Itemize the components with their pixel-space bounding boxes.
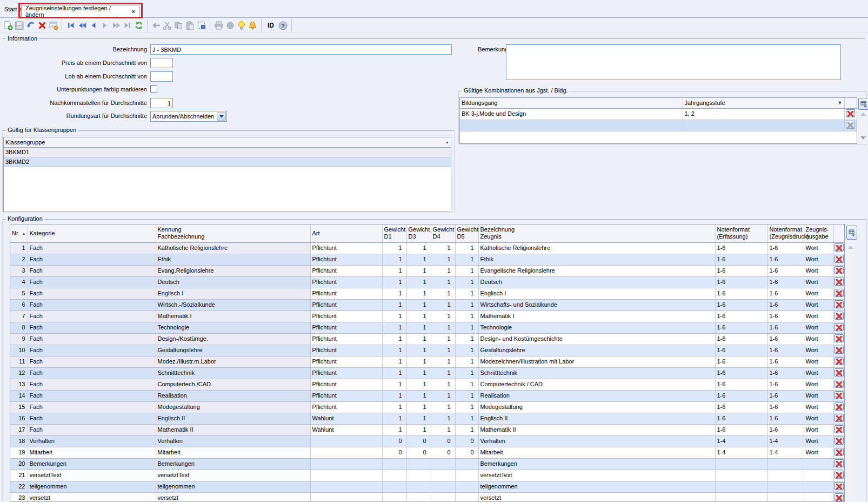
delete-row-button[interactable]: [834, 425, 844, 433]
bezeichnung-zeugnis-cell[interactable]: Evangelische Religionslehre: [478, 265, 715, 276]
nr-cell[interactable]: 9: [10, 333, 28, 345]
kategorie-cell[interactable]: Fach: [28, 345, 156, 356]
nr-cell[interactable]: 6: [10, 299, 28, 311]
gewicht-d4-cell[interactable]: 1: [431, 390, 455, 401]
gewicht-d3-cell[interactable]: 0: [406, 447, 431, 458]
delete-row-button[interactable]: [834, 471, 844, 479]
konfiguration-row[interactable]: 15 Fach Modegestaltung Pflichtunt 1 1 1 …: [10, 401, 844, 413]
notenformat-erfassung-cell[interactable]: 1-6: [715, 242, 767, 254]
notenformat-erfassung-cell[interactable]: 1-6: [715, 254, 767, 265]
gewicht-d4-cell[interactable]: 0: [431, 447, 455, 458]
kategorie-cell[interactable]: Mitarbeit: [28, 447, 156, 458]
form-properties-icon[interactable]: [48, 19, 59, 31]
delete-row-button[interactable]: [834, 323, 844, 331]
gewicht-d3-cell[interactable]: 1: [406, 299, 431, 311]
gewicht-d3-cell[interactable]: 1: [406, 390, 431, 401]
konfiguration-row[interactable]: 18 Verhalten Verhalten 0 0 0 0 Verhalten…: [10, 435, 844, 447]
konfiguration-row[interactable]: 1 Fach Katholische Religionslehre Pflich…: [10, 242, 844, 254]
delete-row-button[interactable]: [834, 391, 844, 399]
notenformat-erfassung-cell[interactable]: 1-4: [715, 447, 767, 458]
gewicht-d5-cell[interactable]: 1: [455, 242, 478, 254]
delete-row-button[interactable]: [834, 448, 844, 456]
kennung-cell[interactable]: Modez./Illustr.m.Labor: [156, 356, 310, 367]
art-cell[interactable]: Pflichtunt: [310, 356, 382, 367]
column-header-nr[interactable]: Nr.▲: [10, 224, 28, 242]
jahrgangsstufe-cell[interactable]: [683, 120, 844, 131]
chevron-down-icon[interactable]: ▼: [838, 100, 843, 105]
gewicht-d5-cell[interactable]: 0: [455, 447, 478, 458]
zeugnisausgabe-cell[interactable]: Wort: [804, 345, 833, 356]
gewicht-d1-cell[interactable]: 1: [382, 311, 406, 322]
nr-cell[interactable]: 13: [10, 379, 28, 390]
lob-input[interactable]: [150, 71, 173, 82]
gewicht-d4-cell[interactable]: [431, 492, 455, 502]
gewicht-d4-cell[interactable]: 1: [431, 367, 455, 379]
kennung-cell[interactable]: Evang.Religionslehre: [156, 265, 310, 276]
art-cell[interactable]: Pflichtunt: [310, 311, 382, 322]
delete-row-button[interactable]: [834, 300, 844, 308]
klassengruppe-row[interactable]: 3BKMD2: [4, 157, 451, 167]
gewicht-d1-cell[interactable]: 1: [382, 379, 406, 390]
tab-start[interactable]: Start ×: [4, 6, 23, 12]
notenformat-erfassung-cell[interactable]: 1-6: [715, 265, 767, 276]
nr-cell[interactable]: 17: [10, 424, 28, 435]
nr-cell[interactable]: 16: [10, 413, 28, 424]
kategorie-cell[interactable]: Fach: [28, 254, 156, 265]
gewicht-d5-cell[interactable]: 1: [455, 265, 478, 276]
bezeichnung-zeugnis-cell[interactable]: Ethik: [478, 254, 715, 265]
nr-cell[interactable]: 22: [10, 481, 28, 492]
gewicht-d3-cell[interactable]: 0: [406, 435, 431, 447]
delete-row-button[interactable]: [834, 414, 844, 422]
nr-cell[interactable]: 10: [10, 345, 28, 356]
konfiguration-row[interactable]: 17 Fach Mathematik II Wahlunt 1 1 1 1 Ma…: [10, 424, 844, 435]
bezeichnung-zeugnis-cell[interactable]: Technologie: [478, 322, 715, 333]
gewicht-d3-cell[interactable]: 1: [406, 265, 431, 276]
art-cell[interactable]: Pflichtunt: [310, 322, 382, 333]
gewicht-d4-cell[interactable]: 1: [431, 356, 455, 367]
nr-cell[interactable]: 18: [10, 435, 28, 447]
gewicht-d1-cell[interactable]: 1: [382, 322, 406, 333]
art-cell[interactable]: Pflichtunt: [310, 265, 382, 276]
gewicht-d1-cell[interactable]: [382, 458, 406, 470]
bezeichnung-zeugnis-cell[interactable]: Bemerkungen: [478, 458, 715, 470]
bezeichnung-zeugnis-cell[interactable]: Design- und Kostümgeschichte: [478, 333, 715, 345]
jahrgangsstufe-cell[interactable]: 1, 2: [683, 108, 844, 120]
zeugnisausgabe-cell[interactable]: Wort: [804, 401, 833, 413]
gewicht-d5-cell[interactable]: 1: [455, 254, 478, 265]
gewicht-d1-cell[interactable]: 1: [382, 299, 406, 311]
konfiguration-row[interactable]: 4 Fach Deutsch Pflichtunt 1 1 1 1 Deutsc…: [10, 276, 844, 288]
tab-zeugniseinstellungen[interactable]: Zeugniseinstellungen festlegen / ändern …: [21, 5, 139, 18]
id-button[interactable]: ID: [264, 22, 277, 29]
kategorie-cell[interactable]: versetzt: [28, 492, 156, 502]
klassengruppe-cell[interactable]: 3BKMD1: [4, 147, 451, 157]
bezeichnung-zeugnis-cell[interactable]: versetzt: [478, 492, 715, 502]
bezeichnung-zeugnis-cell[interactable]: Englisch II: [478, 413, 715, 424]
notenformat-erfassung-cell[interactable]: 1-4: [715, 435, 767, 447]
preis-input[interactable]: [150, 58, 173, 68]
kategorie-cell[interactable]: Bemerkungen: [28, 458, 156, 470]
chevron-down-icon[interactable]: [217, 112, 226, 121]
delete-row-button[interactable]: [834, 312, 844, 320]
bildungsgang-cell[interactable]: [460, 120, 683, 131]
column-header-gewicht-d3[interactable]: GewichtD3: [406, 224, 431, 242]
rundungsart-select[interactable]: Abrunden/Abschneiden: [150, 111, 227, 122]
konfiguration-row[interactable]: 8 Fach Technologie Pflichtunt 1 1 1 1 Te…: [10, 322, 844, 333]
column-header-gewicht-d1[interactable]: GewichtD1: [382, 224, 406, 242]
art-cell[interactable]: Wahlunt: [310, 424, 382, 435]
gewicht-d3-cell[interactable]: 1: [406, 311, 431, 322]
first-record-icon[interactable]: [65, 19, 76, 31]
bezeichnung-zeugnis-cell[interactable]: Verhalten: [478, 435, 715, 447]
notenformat-erfassung-cell[interactable]: 1-6: [715, 333, 767, 345]
gewicht-d4-cell[interactable]: [431, 470, 455, 481]
gewicht-d1-cell[interactable]: 1: [382, 424, 406, 435]
column-header-zeugnisausgabe[interactable]: Zeugnis-ausgabe: [804, 224, 833, 242]
column-header-art[interactable]: Art: [310, 224, 382, 242]
column-header-kennung[interactable]: KennungFachbezeichnung: [156, 224, 310, 242]
notenformat-erfassung-cell[interactable]: 1-6: [715, 345, 767, 356]
notenformat-erfassung-cell[interactable]: 1-6: [715, 299, 767, 311]
nr-cell[interactable]: 23: [10, 492, 28, 502]
konfiguration-row[interactable]: 13 Fach Computertech./CAD Pflichtunt 1 1…: [10, 379, 844, 390]
notenformat-zeugnisdruck-cell[interactable]: [767, 492, 804, 502]
last-record-icon[interactable]: [122, 19, 133, 31]
kategorie-cell[interactable]: Fach: [28, 288, 156, 299]
